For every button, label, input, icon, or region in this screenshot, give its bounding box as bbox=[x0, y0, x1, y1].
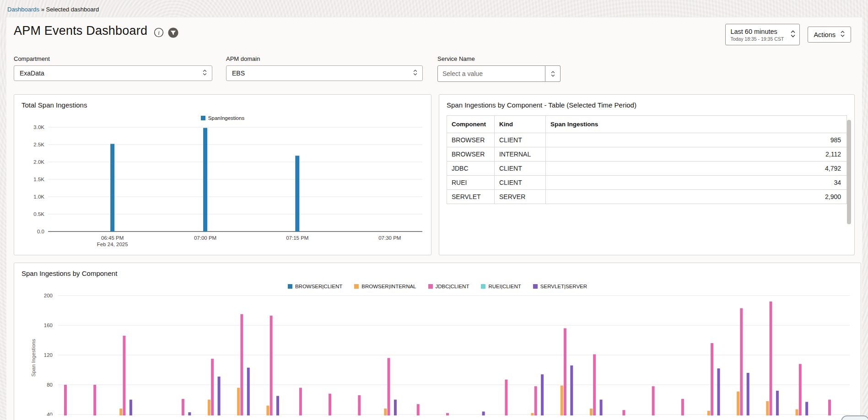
widget-title: Span Ingestions by Component bbox=[22, 269, 853, 277]
svg-text:1.5K: 1.5K bbox=[33, 177, 44, 182]
breadcrumb: Dashboards » Selected dashboard bbox=[0, 0, 868, 13]
time-range-selector[interactable]: Last 60 minutes Today 18:35 - 19:35 CST bbox=[725, 24, 800, 45]
table-cell-component: SERVLET bbox=[447, 190, 494, 204]
time-range-label: Last 60 minutes bbox=[730, 28, 790, 35]
table-cell-component: JDBC bbox=[447, 162, 494, 176]
table-cell-span_ingestions: 4,792 bbox=[545, 162, 846, 176]
apm-domain-select[interactable]: EBS bbox=[226, 65, 423, 81]
svg-text:80: 80 bbox=[47, 382, 53, 388]
widget-title: Total Span Ingestions bbox=[22, 101, 424, 109]
legend-swatch bbox=[288, 284, 292, 289]
actions-button[interactable]: Actions bbox=[808, 27, 851, 43]
info-icon[interactable]: i bbox=[154, 27, 164, 38]
span-ingestions-by-component-chart[interactable]: 2001601208040Span Ingestions bbox=[22, 289, 853, 415]
compartment-value: ExaData bbox=[20, 70, 202, 77]
svg-text:2.5K: 2.5K bbox=[33, 142, 44, 147]
legend-swatch bbox=[428, 284, 433, 289]
legend-label: SERVLET|SERVER bbox=[540, 284, 587, 289]
legend-label: BROWSER|CLIENT bbox=[295, 284, 342, 289]
svg-text:1.0K: 1.0K bbox=[33, 194, 44, 199]
legend-label: RUEI|CLIENT bbox=[488, 284, 521, 289]
legend-item[interactable]: RUEI|CLIENT bbox=[481, 284, 521, 289]
svg-text:07:00 PM: 07:00 PM bbox=[194, 235, 216, 241]
table-cell-span_ingestions: 34 bbox=[545, 176, 846, 190]
svg-text:0.5K: 0.5K bbox=[33, 211, 44, 217]
svg-text:i: i bbox=[158, 29, 160, 36]
service-name-label: Service Name bbox=[437, 55, 561, 62]
apm-domain-label: APM domain bbox=[226, 55, 423, 62]
svg-text:Feb 24, 2025: Feb 24, 2025 bbox=[97, 242, 128, 247]
scroll-pill[interactable] bbox=[841, 415, 868, 420]
widget-span-ingestions-table: Span Ingestions by Component - Table (Se… bbox=[439, 94, 855, 255]
table-cell-kind: CLIENT bbox=[494, 176, 545, 190]
table-cell-kind: INTERNAL bbox=[494, 147, 545, 162]
page-title: APM Events Dashboard bbox=[14, 24, 147, 38]
svg-text:120: 120 bbox=[44, 352, 53, 358]
svg-text:0.0: 0.0 bbox=[37, 229, 44, 234]
table-column-header[interactable]: Component bbox=[447, 116, 494, 133]
widget-total-span-ingestions: Total Span Ingestions SpanIngestions 0.0… bbox=[14, 94, 431, 255]
chevron-updown-icon bbox=[202, 69, 207, 77]
table-cell-span_ingestions: 985 bbox=[545, 133, 846, 147]
dashboard-panel: APM Events Dashboard i Last 60 minutes T… bbox=[6, 17, 862, 420]
time-range-detail: Today 18:35 - 19:35 CST bbox=[730, 36, 790, 42]
table-cell-kind: CLIENT bbox=[494, 162, 545, 176]
svg-text:07:15 PM: 07:15 PM bbox=[286, 235, 308, 241]
table-row[interactable]: BROWSERCLIENT985 bbox=[447, 133, 846, 147]
table-vertical-scrollbar[interactable] bbox=[847, 120, 851, 224]
svg-text:40: 40 bbox=[47, 412, 53, 415]
svg-text:Span Ingestions: Span Ingestions bbox=[31, 339, 36, 377]
svg-text:2.0K: 2.0K bbox=[33, 159, 44, 165]
svg-text:160: 160 bbox=[44, 323, 53, 328]
legend-label: BROWSER|INTERNAL bbox=[361, 284, 416, 289]
table-cell-component: BROWSER bbox=[447, 133, 494, 147]
table-column-header[interactable]: Kind bbox=[494, 116, 545, 133]
total-span-ingestions-chart[interactable]: 0.00.5K1.0K1.5K2.0K2.5K3.0K06:45 PMFeb 2… bbox=[22, 121, 426, 250]
span-ingestions-table: ComponentKindSpan Ingestions BROWSERCLIE… bbox=[447, 115, 847, 204]
legend-item[interactable]: BROWSER|CLIENT bbox=[288, 284, 342, 289]
apm-domain-value: EBS bbox=[232, 70, 413, 77]
table-row[interactable]: SERVLETSERVER2,900 bbox=[447, 190, 846, 204]
table-row[interactable]: JDBCCLIENT4,792 bbox=[447, 162, 846, 176]
legend-swatch bbox=[354, 284, 359, 289]
service-name-combobox bbox=[437, 65, 561, 82]
service-name-dropdown-button[interactable] bbox=[545, 65, 561, 82]
legend-item[interactable]: BROWSER|INTERNAL bbox=[354, 284, 416, 289]
chart-legend: BROWSER|CLIENTBROWSER|INTERNALJDBC|CLIEN… bbox=[22, 284, 853, 289]
legend-swatch bbox=[201, 116, 205, 120]
table-cell-span_ingestions: 2,112 bbox=[545, 147, 846, 162]
filter-funnel-icon[interactable] bbox=[168, 27, 178, 38]
table-row[interactable]: BROWSERINTERNAL2,112 bbox=[447, 147, 846, 162]
legend-item[interactable]: JDBC|CLIENT bbox=[428, 284, 469, 289]
breadcrumb-dashboards-link[interactable]: Dashboards bbox=[7, 6, 39, 13]
chevron-updown-icon bbox=[790, 30, 796, 40]
service-name-input[interactable] bbox=[437, 65, 545, 82]
legend-label: SpanIngestions bbox=[208, 115, 244, 121]
legend-swatch bbox=[533, 284, 538, 289]
table-row[interactable]: RUEICLIENT34 bbox=[447, 176, 846, 190]
chart-legend: SpanIngestions bbox=[22, 115, 424, 121]
widget-span-ingestions-by-component: Span Ingestions by Component BROWSER|CLI… bbox=[14, 263, 861, 420]
table-column-header[interactable]: Span Ingestions bbox=[545, 116, 846, 133]
chevron-updown-icon bbox=[840, 30, 845, 39]
breadcrumb-separator: » bbox=[41, 6, 44, 13]
compartment-select[interactable]: ExaData bbox=[14, 65, 212, 81]
svg-text:200: 200 bbox=[44, 293, 53, 298]
svg-text:3.0K: 3.0K bbox=[33, 124, 44, 130]
legend-item[interactable]: SpanIngestions bbox=[201, 115, 244, 121]
svg-text:06:45 PM: 06:45 PM bbox=[101, 235, 124, 241]
compartment-label: Compartment bbox=[14, 55, 212, 62]
table-cell-component: BROWSER bbox=[447, 147, 494, 162]
legend-swatch bbox=[481, 284, 485, 289]
filter-row: Compartment ExaData APM domain EBS Servi… bbox=[14, 55, 855, 82]
breadcrumb-current: Selected dashboard bbox=[46, 6, 99, 13]
widget-title: Span Ingestions by Component - Table (Se… bbox=[447, 101, 847, 109]
title-bar: APM Events Dashboard i Last 60 minutes T… bbox=[14, 24, 855, 45]
chevron-updown-icon bbox=[413, 69, 418, 77]
table-cell-kind: CLIENT bbox=[494, 133, 545, 147]
table-cell-kind: SERVER bbox=[494, 190, 545, 204]
actions-button-label: Actions bbox=[814, 31, 836, 38]
svg-text:07:30 PM: 07:30 PM bbox=[378, 235, 401, 241]
table-cell-span_ingestions: 2,900 bbox=[545, 190, 846, 204]
legend-item[interactable]: SERVLET|SERVER bbox=[533, 284, 587, 289]
